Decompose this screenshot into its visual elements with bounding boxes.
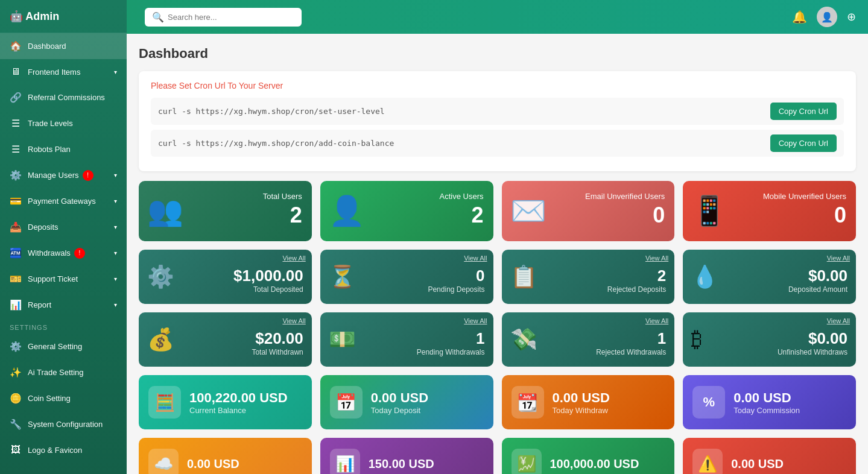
balance-grid: 🧮 100,220.00 USD Current Balance 📅 0.00 … [139,375,856,429]
pending-deposits-card: View All ⏳ 0 Pending Deposits [320,250,493,304]
today-dep-info: 0.00 USD Today Deposit [371,390,428,415]
sidebar-logo: 🤖 Admin [0,0,127,33]
unfinished-value: $0.00 [691,329,847,348]
partial-value-4: 0.00 USD [731,457,784,471]
manage-users-badge: ! [83,170,93,181]
sidebar-item-manage-users[interactable]: ⚙️ Manage Users ! ▾ [0,162,127,188]
sidebar-item-deposits[interactable]: 📥 Deposits ▾ [0,214,127,240]
notification-bell-icon[interactable]: 🔔 [792,10,807,24]
gear-icon: ⚙️ [10,341,22,352]
cron-row-2: curl -s https://xg.hwym.shop/cron/add-co… [151,130,844,157]
alert-box: Please Set Cron Url To Your Server curl … [139,71,856,171]
today-deposit-card: 📅 0.00 USD Today Deposit [320,375,493,429]
today-with-icon: 📆 [517,393,538,412]
view-all-withdrawn[interactable]: View All [282,317,305,324]
unfinished-withdraws-card: View All ₿ $0.00 Unfinished Withdraws [683,312,856,367]
view-all-dep-amount[interactable]: View All [827,254,850,262]
balance-info: 100,220.00 USD Current Balance [189,390,288,415]
sidebar-label-general: General Setting [28,342,82,351]
withdrawals-badge: ! [74,248,85,259]
sidebar: 🤖 Admin 🏠 Dashboard 🖥 Frontend Items ▾ 🔗… [0,0,127,474]
search-box[interactable]: 🔍 [145,8,302,27]
main-area: 🔍 🔔 👤 ⊕ Dashboard Please Set Cron Url To… [127,0,868,474]
copy-cron-btn-2[interactable]: Copy Cron Url [770,134,837,152]
view-all-pending-with[interactable]: View All [464,317,487,324]
today-comm-icon-wrap: % [692,386,725,419]
chevron-down-icon-5: ▾ [114,250,117,256]
sidebar-item-report[interactable]: 📊 Report ▾ [0,292,127,318]
home-icon: 🏠 [10,40,22,52]
settings-section-label: SETTINGS [0,318,127,333]
today-commission-label: Today Commission [733,406,800,415]
user-stats-grid: 👥 Total Users 2 👤 Active Users 2 ✉️ Emai… [139,181,856,241]
content-area: Dashboard Please Set Cron Url To Your Se… [127,34,868,474]
sidebar-item-robots-plan[interactable]: ☰ Robots Plan [0,136,127,162]
pending-deposits-icon: ⏳ [329,264,356,289]
total-deposited-card: View All ⚙️ $1,000.00 Total Deposited [139,250,312,304]
view-all-unfinished[interactable]: View All [827,317,850,324]
partial-card-1: ☁️ 0.00 USD [139,438,312,474]
partial-icon-3: 💹 [512,449,542,474]
view-all-deposited[interactable]: View All [282,254,305,262]
mobile-icon: 📱 [691,194,727,228]
sidebar-label-ai: Ai Trade Setting [28,368,84,377]
sidebar-item-coin-setting[interactable]: 🪙 Coin Setting [0,385,127,411]
header-settings-icon[interactable]: ⊕ [847,10,856,24]
sidebar-item-system-config[interactable]: 🔧 System Configuration [0,411,127,437]
sidebar-item-withdrawals[interactable]: 🏧 Withdrawals ! ▾ [0,240,127,266]
view-all-pending-dep[interactable]: View All [464,254,487,262]
view-all-rejected-with[interactable]: View All [645,317,668,324]
balance-icon: 🧮 [154,393,176,412]
avatar[interactable]: 👤 [817,7,837,27]
sidebar-item-ai-trade[interactable]: ✨ Ai Trade Setting [0,359,127,385]
today-deposit-label: Today Deposit [371,406,428,415]
total-users-card: 👥 Total Users 2 [139,181,312,241]
partial-card-3: 💹 100,000.00 USD [502,438,675,474]
chevron-down-icon-6: ▾ [114,276,117,282]
sidebar-item-support-ticket[interactable]: 🎫 Support Ticket ▾ [0,266,127,292]
sidebar-label-coin: Coin Setting [28,394,71,403]
payment-icon: 💳 [10,195,22,207]
cron-url-1: curl -s https://xg.hwym.shop/cron/set-us… [158,107,770,116]
chevron-down-icon-3: ▾ [114,198,117,204]
sidebar-label-withdrawals: Withdrawals [28,248,71,258]
sidebar-item-trade-levels[interactable]: ☰ Trade Levels [0,110,127,136]
frontend-icon: 🖥 [10,66,22,77]
referral-icon: 🔗 [10,92,22,103]
today-comm-info: 0.00 USD Today Commission [733,390,800,415]
active-users-card: 👤 Active Users 2 [320,181,493,241]
sidebar-label-payment: Payment Gateways [28,197,96,206]
page-title: Dashboard [139,46,856,62]
partial-value-1: 0.00 USD [187,457,239,471]
pending-withdrawals-card: View All 💵 1 Pending Withdrawals [320,312,493,367]
sidebar-item-frontend-items[interactable]: 🖥 Frontend Items ▾ [0,59,127,84]
partial-cards-grid: ☁️ 0.00 USD 📊 150.00 USD 💹 100,000.00 US… [139,438,856,474]
partial-icon-1: ☁️ [148,449,179,474]
sidebar-item-general-setting[interactable]: ⚙️ General Setting [0,333,127,359]
rejected-deposits-icon: 📋 [510,264,537,289]
deposited-amount-card: View All 💧 $0.00 Deposited Amount [683,250,856,304]
chevron-down-icon-2: ▾ [114,172,117,179]
withdrawals-icon: 🏧 [10,247,22,259]
today-withdraw-card: 📆 0.00 USD Today Withdraw [502,375,675,429]
sidebar-label-robots: Robots Plan [28,145,71,154]
copy-cron-btn-1[interactable]: Copy Cron Url [770,103,837,120]
deposited-amount-icon: 💧 [691,264,718,289]
chevron-down-icon-7: ▾ [114,302,117,308]
sidebar-label-logo: Logo & Favicon [28,446,82,455]
withdraw-stats-grid: View All 💰 $20.00 Total Withdrawn View A… [139,312,856,367]
current-balance-value: 100,220.00 USD [189,390,288,406]
sidebar-item-referral[interactable]: 🔗 Referral Commissions [0,84,127,110]
unfinished-icon: ₿ [691,327,702,352]
cron-url-2: curl -s https://xg.hwym.shop/cron/add-co… [158,139,770,148]
sidebar-label-frontend: Frontend Items [28,68,80,77]
email-icon: ✉️ [510,194,546,228]
view-all-rejected-dep[interactable]: View All [645,254,668,262]
sidebar-label-system: System Configuration [28,420,103,429]
sidebar-item-logo-favicon[interactable]: 🖼 Logo & Favicon [0,437,127,463]
today-with-info: 0.00 USD Today Withdraw [553,390,610,415]
sidebar-item-payment-gateways[interactable]: 💳 Payment Gateways ▾ [0,188,127,214]
sidebar-item-dashboard[interactable]: 🏠 Dashboard [0,33,127,59]
today-withdraw-label: Today Withdraw [553,406,610,415]
search-input[interactable] [168,13,294,22]
